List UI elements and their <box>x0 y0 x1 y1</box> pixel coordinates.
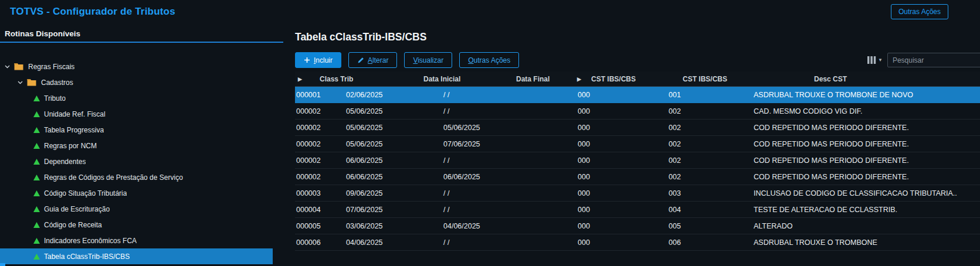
table-row[interactable]: 000002 06/06/2025 06/06/2025 000 002 COD… <box>295 169 980 185</box>
cell-cst-ibs-cbs-2: 003 <box>667 189 752 197</box>
cell-cst-ibs-cbs-1: 000 <box>577 189 667 197</box>
cell-cst-ibs-cbs-2: 004 <box>667 206 752 214</box>
cell-data-final: 04/06/2025 <box>442 222 577 230</box>
cell-desc-cst: ASDRUBAL TROUXE O TROMBONE DE NOVO <box>752 91 980 99</box>
table-row[interactable]: 000004 07/06/2025 / / 000 004 TESTE DE A… <box>295 202 980 218</box>
cell-data-inicial: 07/06/2025 <box>345 206 442 214</box>
routine-triangle-icon <box>33 143 40 149</box>
search-input[interactable] <box>887 53 980 67</box>
cell-class-trib: 000003 <box>295 189 345 197</box>
chevron-down-icon[interactable] <box>5 65 14 69</box>
col-header-class-trib[interactable]: Class Trib <box>320 75 353 83</box>
columns-picker-button[interactable]: ▼ <box>867 56 883 64</box>
cell-class-trib: 000004 <box>295 206 345 214</box>
cell-data-inicial: 05/06/2025 <box>345 124 442 132</box>
tree-item-label: Código de Receita <box>44 221 102 229</box>
columns-icon <box>867 56 876 64</box>
alterar-button[interactable]: Alterar <box>348 52 397 68</box>
cell-cst-ibs-cbs-1: 000 <box>577 140 667 148</box>
cell-desc-cst: INCLUSAO DE CODIGO DE CLASSIFICACAO TRIB… <box>752 189 980 197</box>
sidebar-item-tabela-progressiva[interactable]: Tabela Progressiva <box>0 122 273 138</box>
table-row[interactable]: 000002 05/06/2025 07/06/2025 000 002 COD… <box>295 136 980 152</box>
cell-desc-cst: COD REPETIDO MAS PERIODO DIFERENTE. <box>752 124 980 132</box>
routine-triangle-icon <box>33 254 40 260</box>
cell-cst-ibs-cbs-1: 000 <box>577 222 667 230</box>
scrollbar-thumb[interactable] <box>0 263 5 266</box>
cell-cst-ibs-cbs-2: 002 <box>667 107 752 115</box>
cell-cst-ibs-cbs-2: 002 <box>667 124 752 132</box>
cell-data-inicial: 04/06/2025 <box>345 238 442 247</box>
routine-tree: Regras Fiscais Cadastros Tributo <box>0 59 283 264</box>
cell-data-final: / / <box>442 238 577 247</box>
routine-triangle-icon <box>33 206 40 212</box>
visualizar-button[interactable]: Visualizar <box>404 52 452 68</box>
table-row[interactable]: 000003 09/06/2025 / / 000 003 INCLUSAO D… <box>295 185 980 202</box>
folder-icon <box>14 63 25 70</box>
cell-data-final: 06/06/2025 <box>442 173 577 181</box>
cell-data-final: / / <box>442 189 577 197</box>
plus-icon <box>304 57 310 63</box>
col-header-data-inicial[interactable]: Data Inicial <box>423 75 460 83</box>
cell-cst-ibs-cbs-1: 000 <box>577 238 667 247</box>
incluir-button[interactable]: Incluir <box>295 52 341 68</box>
table-row[interactable]: 000005 03/06/2025 04/06/2025 000 005 ALT… <box>295 218 980 234</box>
cell-cst-ibs-cbs-1: 000 <box>577 206 667 214</box>
col-header-cst-ibs-cbs-1[interactable]: CST IBS/CBS <box>591 75 636 83</box>
cell-desc-cst: ALTERADO <box>752 222 980 230</box>
main-panel: Tabela cClassTrib-IBS/CBS Incluir Altera… <box>283 23 980 266</box>
sidebar-item-codigo-de-receita[interactable]: Código de Receita <box>0 217 273 233</box>
cell-data-inicial: 05/06/2025 <box>345 107 442 115</box>
sidebar-item-codigo-situacao-tributaria[interactable]: Código Situação Tributária <box>0 185 273 201</box>
cell-data-final: / / <box>442 107 577 115</box>
cell-class-trib: 000002 <box>295 173 345 181</box>
cell-data-inicial: 06/06/2025 <box>345 173 442 181</box>
chevron-down-icon[interactable] <box>18 81 27 84</box>
table-row[interactable]: 000002 06/06/2025 / / 000 002 COD REPETI… <box>295 152 980 169</box>
tree-item-label: Regras de Códigos de Prestação de Serviç… <box>44 173 183 182</box>
cell-cst-ibs-cbs-2: 002 <box>667 140 752 148</box>
table-row[interactable]: 000002 05/06/2025 05/06/2025 000 002 COD… <box>295 120 980 136</box>
records-table: ▶ Class Trib Data Inicial Data Final ▶ C… <box>295 71 980 251</box>
tree-item-label: Tabela Progressiva <box>44 126 104 134</box>
cell-data-inicial: 06/06/2025 <box>345 156 442 165</box>
cell-data-final: 05/06/2025 <box>442 124 577 132</box>
table-row[interactable]: 000006 04/06/2025 / / 000 006 ASDRUBAL T… <box>295 234 980 251</box>
routine-triangle-icon <box>33 111 40 117</box>
sidebar-item-indicadores-economicos-fca[interactable]: Indicadores Econômicos FCA <box>0 233 273 248</box>
table-row[interactable]: 000001 02/06/2025 / / 000 001 ASDRUBAL T… <box>295 87 980 103</box>
cell-data-final: / / <box>442 91 577 99</box>
sidebar-item-cadastros[interactable]: Cadastros <box>0 74 273 90</box>
col-header-cst-ibs-cbs-2[interactable]: CST IBS/CBS <box>683 75 727 83</box>
outras-acoes-top-button[interactable]: Outras Ações <box>891 4 948 19</box>
cell-cst-ibs-cbs-1: 000 <box>577 173 667 181</box>
cell-desc-cst: COD REPETIDO MAS PERIODO DIFERENTE. <box>752 173 980 181</box>
cell-class-trib: 000006 <box>295 238 345 247</box>
routine-triangle-icon <box>33 159 40 165</box>
sidebar-item-guia-de-escrituracao[interactable]: Guia de Escrituração <box>0 201 273 217</box>
sidebar-item-dependentes[interactable]: Dependentes <box>0 154 273 169</box>
arrow-right-icon[interactable]: ▶ <box>298 76 302 82</box>
col-header-desc-cst[interactable]: Desc CST <box>814 75 847 83</box>
outras-acoes-button[interactable]: Outras Ações <box>459 52 519 68</box>
cell-cst-ibs-cbs-2: 006 <box>667 238 752 247</box>
cell-class-trib: 000002 <box>295 107 345 115</box>
sidebar-item-regras-fiscais[interactable]: Regras Fiscais <box>0 59 273 74</box>
cell-cst-ibs-cbs-2: 001 <box>667 91 752 99</box>
folder-icon <box>27 79 38 86</box>
cell-cst-ibs-cbs-2: 005 <box>667 222 752 230</box>
sidebar-item-regras-de-codigos-de-prestacao-de-servico[interactable]: Regras de Códigos de Prestação de Serviç… <box>0 169 273 185</box>
table-row[interactable]: 000002 05/06/2025 / / 000 002 CAD. MESMO… <box>295 103 980 120</box>
sidebar-item-tabela-cclasstrib-ibs-cbs[interactable]: Tabela cClassTrib-IBS/CBS <box>0 248 273 264</box>
sidebar-item-regras-por-ncm[interactable]: Regras por NCM <box>0 138 273 154</box>
sidebar-item-unidade-ref-fiscal[interactable]: Unidade Ref. Fiscal <box>0 106 273 122</box>
cell-cst-ibs-cbs-1: 000 <box>577 156 667 165</box>
cell-class-trib: 000002 <box>295 140 345 148</box>
sidebar-item-tributo[interactable]: Tributo <box>0 90 273 106</box>
toolbar: Incluir Alterar Visualizar Outras Ações <box>295 52 980 68</box>
table-body: 000001 02/06/2025 / / 000 001 ASDRUBAL T… <box>295 87 980 251</box>
arrow-right-icon[interactable]: ▶ <box>577 76 581 82</box>
app-title: TOTVS - Configurador de Tributos <box>10 6 175 18</box>
col-header-data-final[interactable]: Data Final <box>516 75 550 83</box>
tree-item-label: Tributo <box>44 94 66 103</box>
cell-class-trib: 000005 <box>295 222 345 230</box>
